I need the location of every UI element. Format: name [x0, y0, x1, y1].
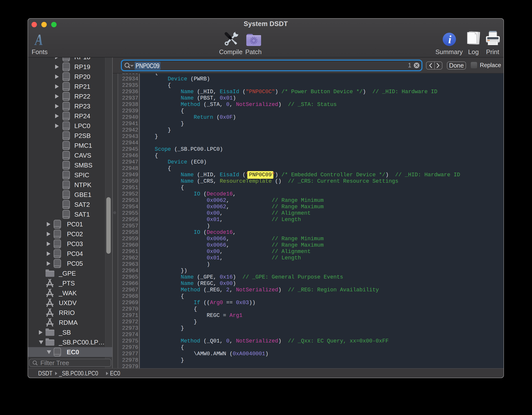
- svg-text:i: i: [448, 33, 452, 46]
- svg-text:A: A: [34, 32, 43, 47]
